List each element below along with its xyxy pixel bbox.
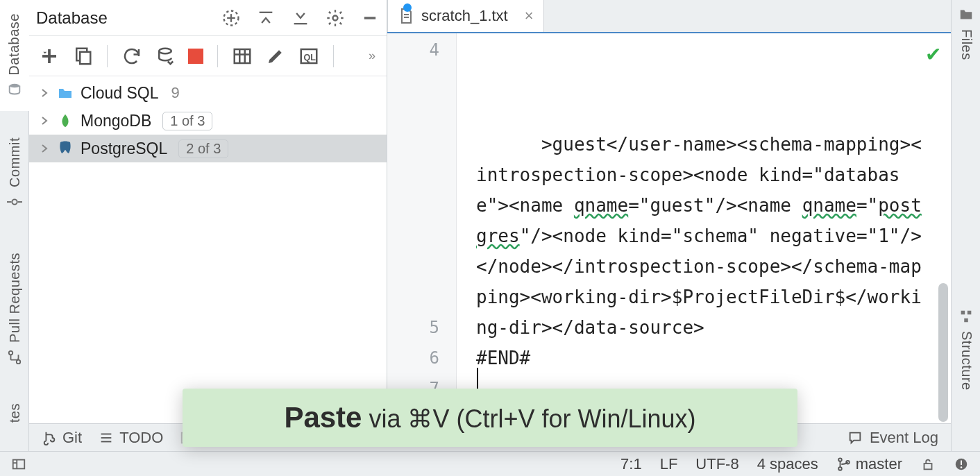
svg-point-0 xyxy=(9,84,19,88)
left-tool-rail: Database Commit Pull Requests tes xyxy=(0,0,29,476)
svg-point-20 xyxy=(159,48,171,53)
chevron-right-icon xyxy=(39,87,50,99)
rail-label-database: Database xyxy=(6,13,22,76)
rail-label-favorites: tes xyxy=(7,403,23,423)
status-bar: 7:1 LF UTF-8 4 spaces master xyxy=(0,451,980,476)
status-caret-pos[interactable]: 7:1 xyxy=(620,455,642,473)
tool-label: TODO xyxy=(119,429,163,447)
datasource-tree: Cloud SQL 9 MongoDB 1 of 3 PostgreSQL 2 … xyxy=(29,76,387,165)
folder-icon xyxy=(958,7,974,22)
rail-tab-files[interactable]: Files xyxy=(952,7,980,90)
svg-text:QL: QL xyxy=(304,53,316,62)
edit-icon[interactable] xyxy=(265,46,286,67)
status-branch[interactable]: master xyxy=(836,455,902,473)
pull-request-icon xyxy=(7,350,22,365)
line-number: 4 xyxy=(387,40,456,318)
separator xyxy=(107,45,108,67)
chat-icon xyxy=(847,430,863,445)
notification-icon[interactable] xyxy=(954,457,969,472)
svg-rect-21 xyxy=(235,49,251,63)
commit-icon xyxy=(7,194,22,210)
status-branch-name: master xyxy=(856,455,902,473)
svg-point-45 xyxy=(961,466,963,468)
inspection-ok-icon[interactable]: ✔ xyxy=(925,43,941,66)
tree-pill: 2 of 3 xyxy=(178,139,228,158)
branch-icon xyxy=(836,457,852,472)
tree-label: PostgreSQL xyxy=(81,139,167,158)
svg-rect-7 xyxy=(968,311,972,315)
tool-git[interactable]: Git xyxy=(42,429,82,447)
folder-icon xyxy=(57,85,74,101)
svg-point-4 xyxy=(9,351,13,355)
editor-code[interactable]: >guest</user-name><schema-mapping><intro… xyxy=(457,33,951,423)
paste-hint-strong: Paste xyxy=(284,401,362,434)
collapse-down-icon[interactable] xyxy=(291,8,310,28)
rail-tab-database[interactable]: Database xyxy=(0,0,29,111)
separator xyxy=(217,45,218,67)
add-datasource-icon[interactable] xyxy=(221,8,241,28)
separator xyxy=(333,45,334,67)
git-branch-icon xyxy=(42,430,57,445)
svg-rect-36 xyxy=(13,459,25,468)
table-icon[interactable] xyxy=(232,46,253,67)
svg-rect-8 xyxy=(964,318,968,323)
status-line-sep[interactable]: LF xyxy=(660,455,678,473)
database-panel-title: Database xyxy=(36,8,108,28)
tool-event-log[interactable]: Event Log xyxy=(847,429,938,447)
database-panel-header: Database xyxy=(29,0,387,36)
modified-dot-icon xyxy=(403,3,412,12)
close-tab-icon[interactable]: × xyxy=(525,7,534,25)
editor-area: scratch_1.txt × 4 5 6 7 >guest</user-nam… xyxy=(387,0,951,423)
line-number: 5 xyxy=(387,318,456,348)
tree-count: 9 xyxy=(171,84,180,102)
sync-icon[interactable] xyxy=(155,46,176,67)
tree-pill: 1 of 3 xyxy=(162,112,212,130)
scrollbar-thumb[interactable] xyxy=(938,283,948,422)
rail-label-commit: Commit xyxy=(7,137,23,187)
editor-tab-scratch-1[interactable]: scratch_1.txt × xyxy=(387,0,544,32)
line-number: 6 xyxy=(387,348,456,379)
postgresql-icon xyxy=(57,140,74,157)
editor-tab-name: scratch_1.txt xyxy=(421,7,508,25)
structure-icon xyxy=(958,309,974,324)
new-icon[interactable] xyxy=(39,46,60,67)
paste-hint-rest: via ⌘V (Ctrl+V for Win/Linux) xyxy=(362,405,695,433)
tool-label: Event Log xyxy=(870,429,938,447)
collapse-up-icon[interactable] xyxy=(256,8,276,28)
database-panel: Database QL » Cloud SQL 9 xyxy=(29,0,387,423)
right-tool-rail: Files Structure xyxy=(951,0,980,476)
tool-label: Git xyxy=(62,429,82,447)
tool-todo[interactable]: TODO xyxy=(99,429,163,447)
rail-tab-pull-requests[interactable]: Pull Requests xyxy=(0,243,29,375)
refresh-icon[interactable] xyxy=(121,46,142,67)
status-indent[interactable]: 4 spaces xyxy=(757,455,818,473)
tree-row-mongodb[interactable]: MongoDB 1 of 3 xyxy=(29,107,387,135)
text-caret xyxy=(477,368,478,391)
svg-point-14 xyxy=(333,15,338,20)
more-icon[interactable]: » xyxy=(369,49,377,63)
window-icon[interactable] xyxy=(11,457,26,472)
ql-console-icon[interactable]: QL xyxy=(298,46,319,67)
svg-point-39 xyxy=(838,458,842,461)
svg-rect-42 xyxy=(924,464,932,469)
lock-icon[interactable] xyxy=(920,457,936,472)
database-icon xyxy=(7,83,22,98)
rail-label-files: Files xyxy=(958,29,974,60)
chevron-right-icon xyxy=(39,115,50,126)
tree-row-cloud-sql[interactable]: Cloud SQL 9 xyxy=(29,79,387,107)
rail-tab-commit[interactable]: Commit xyxy=(0,135,29,212)
rail-tab-structure[interactable]: Structure xyxy=(952,309,980,420)
editor-gutter: 4 5 6 7 xyxy=(387,33,457,423)
rail-tab-favorites[interactable]: tes xyxy=(0,392,29,434)
paste-hint-overlay: Paste via ⌘V (Ctrl+V for Win/Linux) xyxy=(183,389,797,447)
status-encoding[interactable]: UTF-8 xyxy=(695,455,738,473)
gear-icon[interactable] xyxy=(326,8,345,28)
rail-label-structure: Structure xyxy=(958,331,974,391)
duplicate-icon[interactable] xyxy=(72,46,93,67)
editor-body[interactable]: 4 5 6 7 >guest</user-name><schema-mappin… xyxy=(387,33,951,423)
tree-label: MongoDB xyxy=(81,112,151,130)
svg-point-1 xyxy=(12,199,17,204)
tree-row-postgresql[interactable]: PostgreSQL 2 of 3 xyxy=(29,135,387,162)
stop-icon[interactable] xyxy=(188,49,203,64)
minimize-icon[interactable] xyxy=(360,8,380,28)
